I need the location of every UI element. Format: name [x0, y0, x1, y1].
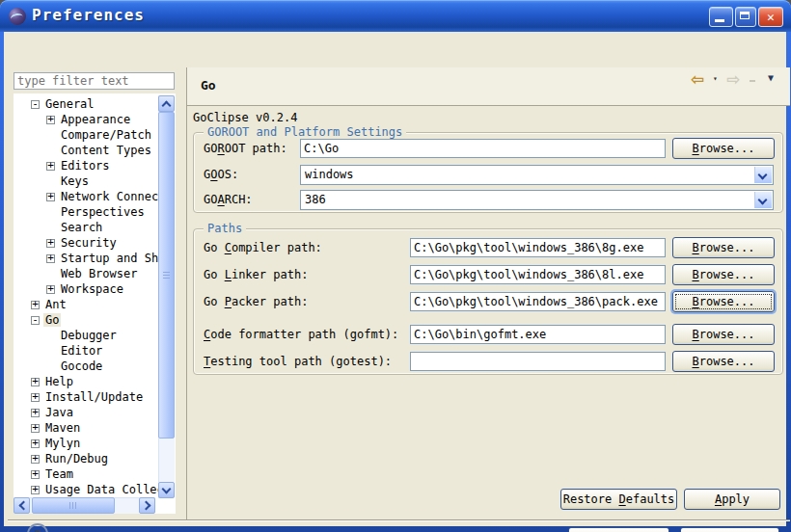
tree-item-help[interactable]: +Help: [14, 374, 176, 389]
view-menu-icon[interactable]: ▼: [768, 72, 774, 83]
scroll-down-icon[interactable]: [158, 482, 175, 498]
back-menu-icon[interactable]: ▾: [713, 74, 718, 83]
tree-item-ant[interactable]: +Ant: [14, 297, 176, 312]
tree-item-editors[interactable]: +Editors: [14, 158, 176, 173]
tree-vertical-scrollbar[interactable]: [158, 95, 175, 498]
gotest-path-browse-button[interactable]: Browse...: [672, 351, 775, 372]
tree-item-gocode[interactable]: Gocode: [14, 359, 176, 374]
expand-icon[interactable]: +: [46, 239, 55, 248]
go-linker-path-browse-button[interactable]: Browse...: [672, 264, 775, 285]
expand-icon[interactable]: +: [46, 254, 55, 263]
go-compiler-path-input[interactable]: [410, 238, 666, 257]
goos-combo[interactable]: windows: [300, 165, 774, 185]
expand-icon[interactable]: +: [31, 486, 40, 494]
tree-item-label: Gocode: [59, 359, 104, 373]
go-compiler-path-browse-button[interactable]: Browse...: [672, 237, 775, 258]
close-icon[interactable]: ✕: [758, 7, 783, 27]
tree-item-java[interactable]: +Java: [14, 405, 176, 420]
tree-item-content-types[interactable]: Content Types: [14, 143, 176, 158]
tree-item-team[interactable]: +Team: [14, 466, 176, 482]
tree-item-compare-patch[interactable]: Compare/Patch: [14, 127, 176, 143]
tree-item-network-connect[interactable]: +Network Connect: [14, 189, 176, 204]
expand-icon[interactable]: +: [46, 285, 55, 294]
tree-item-label: Workspace: [59, 282, 125, 296]
tree-item-search[interactable]: Search: [14, 220, 176, 235]
window-title: Preferences: [32, 6, 145, 24]
tree-item-security[interactable]: +Security: [14, 235, 176, 251]
expand-icon[interactable]: +: [31, 470, 40, 479]
tree-horizontal-scrollbar[interactable]: [14, 497, 155, 514]
goarch-combo[interactable]: 386: [300, 190, 774, 210]
tree-item-install-update[interactable]: +Install/Update: [14, 389, 176, 405]
tree-item-perspectives[interactable]: Perspectives: [14, 204, 176, 220]
tree-item-label: Usage Data Collect: [43, 483, 173, 496]
expand-icon[interactable]: +: [31, 378, 40, 386]
tree-item-label: Web Browser: [59, 267, 139, 280]
go-linker-path-input[interactable]: [410, 265, 666, 284]
tree-item-maven[interactable]: +Maven: [14, 420, 176, 436]
back-arrow-icon[interactable]: ⇦: [691, 69, 704, 89]
cancel-button[interactable]: Cancel: [680, 527, 779, 532]
tree-item-label: Content Types: [59, 144, 153, 157]
tree-item-web-browser[interactable]: Web Browser: [14, 266, 176, 281]
title-bar[interactable]: Preferences ✕: [0, 0, 791, 32]
tree-item-appearance[interactable]: +Appearance: [14, 112, 176, 127]
gofmt-path-browse-button[interactable]: Browse...: [672, 324, 775, 345]
ok-button[interactable]: OK: [568, 527, 669, 532]
expand-icon[interactable]: +: [31, 301, 40, 309]
dialog-body: -General+AppearanceCompare/PatchContent …: [4, 32, 786, 526]
panel-divider: [186, 67, 187, 519]
tree-item-startup-and-shu[interactable]: +Startup and Shu: [14, 251, 176, 266]
tree-item-label: Mylyn: [43, 437, 82, 450]
goroot-path-input[interactable]: [300, 139, 666, 158]
page-title: Go: [201, 78, 216, 93]
goos-selected-value: windows: [305, 168, 354, 181]
minimize-icon[interactable]: [709, 7, 733, 27]
tree-item-label: Go: [43, 313, 61, 327]
expand-icon[interactable]: +: [46, 162, 55, 171]
tree-item-workspace[interactable]: +Workspace: [14, 281, 176, 297]
expand-icon[interactable]: +: [46, 193, 55, 201]
help-icon[interactable]: ?: [27, 523, 48, 532]
tree-item-editor[interactable]: Editor: [14, 343, 176, 359]
gotest-path-input[interactable]: [410, 352, 666, 371]
tree-item-keys[interactable]: Keys: [14, 173, 176, 189]
horizontal-scroll-thumb[interactable]: [32, 497, 115, 514]
tree-item-label: Ant: [43, 298, 68, 311]
gofmt-path-input[interactable]: [410, 325, 666, 344]
expand-icon[interactable]: +: [46, 116, 55, 124]
apply-button[interactable]: Apply: [684, 489, 780, 510]
expand-icon[interactable]: +: [31, 455, 40, 464]
expand-icon[interactable]: +: [31, 409, 40, 417]
goroot-path-browse-button[interactable]: Browse...: [672, 138, 775, 159]
expand-icon[interactable]: +: [31, 424, 40, 433]
tree-item-label: Appearance: [59, 113, 132, 126]
maximize-icon[interactable]: [735, 7, 756, 27]
tree-item-debugger[interactable]: Debugger: [14, 328, 176, 343]
tree-item-general[interactable]: -General: [14, 96, 176, 112]
tree-item-label: Perspectives: [59, 205, 147, 219]
chevron-down-icon[interactable]: [754, 167, 772, 183]
restore-defaults-button[interactable]: Restore Defaults: [560, 489, 677, 510]
tree-item-label: Editor: [59, 344, 104, 358]
tree-item-usage-data-collect[interactable]: +Usage Data Collect: [14, 482, 176, 497]
scroll-left-icon[interactable]: [14, 497, 30, 514]
scroll-right-icon[interactable]: [139, 497, 155, 514]
go-packer-path-input[interactable]: [410, 292, 666, 311]
tree-item-label: Search: [59, 221, 104, 234]
goroot-settings-group: GOROOT and Platform Settings GOROOT path…: [193, 132, 783, 213]
scroll-up-icon[interactable]: [158, 95, 175, 112]
go-packer-path-browse-button[interactable]: Browse...: [672, 291, 775, 312]
tree-item-label: General: [43, 97, 96, 111]
expand-icon[interactable]: +: [31, 393, 40, 402]
chevron-down-icon[interactable]: [754, 192, 772, 208]
collapse-icon[interactable]: -: [31, 100, 40, 109]
tree-item-run-debug[interactable]: +Run/Debug: [14, 451, 176, 466]
collapse-icon[interactable]: -: [31, 316, 40, 325]
expand-icon[interactable]: +: [31, 439, 40, 448]
tree-item-mylyn[interactable]: +Mylyn: [14, 436, 176, 451]
tree-item-label: Security: [59, 236, 119, 250]
filter-input[interactable]: [14, 72, 175, 90]
vertical-scroll-thumb[interactable]: [158, 112, 175, 439]
tree-item-go[interactable]: -Go: [14, 312, 176, 328]
